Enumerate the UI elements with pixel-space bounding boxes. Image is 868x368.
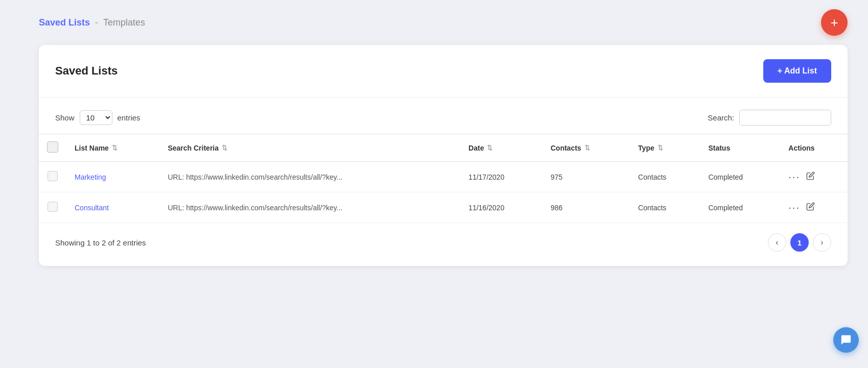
top-bar: Saved Lists - Templates + [0,0,868,45]
action-dots-0[interactable]: ··· [788,171,800,183]
breadcrumb-templates[interactable]: Templates [103,17,145,28]
url-text-0: URL: https://www.linkedin.com/search/res… [168,173,342,181]
col-search-criteria-label: Search Criteria [168,144,219,152]
row-contacts-0: 975 [543,162,630,192]
sort-list-name-icon[interactable]: ⇅ [112,144,118,151]
row-checkbox-1[interactable] [48,202,58,212]
col-actions: Actions [780,134,848,162]
col-list-name: List Name ⇅ [66,134,159,162]
sort-contacts-icon[interactable]: ⇅ [584,144,590,151]
search-input[interactable] [739,110,831,126]
url-text-1: URL: https://www.linkedin.com/search/res… [168,204,342,212]
sort-date-icon[interactable]: ⇅ [487,144,492,151]
pagination: ‹ 1 › [768,233,831,252]
row-checkbox-0[interactable] [48,171,58,181]
page-1-button[interactable]: 1 [790,233,809,252]
row-list-name-1: Consultant [66,192,159,223]
row-search-criteria-0: URL: https://www.linkedin.com/search/res… [159,162,460,192]
action-edit-icon-0[interactable] [806,171,815,182]
entries-select[interactable]: 10 25 50 100 [80,110,112,125]
col-actions-label: Actions [788,144,814,152]
list-name-link-1[interactable]: Consultant [75,204,109,212]
sort-search-criteria-icon[interactable]: ⇅ [222,144,227,151]
table-row: Marketing URL: https://www.linkedin.com/… [39,162,848,192]
card-header: Saved Lists + Add List [39,45,848,97]
breadcrumb: Saved Lists - Templates [39,17,145,28]
chat-bubble-button[interactable] [833,327,859,353]
col-contacts: Contacts ⇅ [543,134,630,162]
header-checkbox-cell [39,134,66,162]
col-status: Status [700,134,780,162]
sort-type-icon[interactable]: ⇅ [658,144,663,151]
col-contacts-label: Contacts [551,144,581,152]
row-list-name-0: Marketing [66,162,159,192]
show-label: Show [55,113,75,122]
header-checkbox[interactable] [47,141,58,153]
row-type-0: Contacts [630,162,700,192]
search-control: Search: [708,110,831,126]
row-status-1: Completed [700,192,780,223]
next-page-button[interactable]: › [813,233,831,252]
row-status-0: Completed [700,162,780,192]
add-list-button[interactable]: + Add List [763,59,831,83]
col-type-label: Type [638,144,654,152]
entries-label: entries [118,113,140,122]
col-status-label: Status [708,144,730,152]
show-entries-control: Show 10 25 50 100 entries [55,110,140,125]
action-dots-1[interactable]: ··· [788,202,800,213]
row-date-0: 11/17/2020 [460,162,543,192]
table-row: Consultant URL: https://www.linkedin.com… [39,192,848,223]
data-table: List Name ⇅ Search Criteria ⇅ Date ⇅ [39,134,848,223]
row-checkbox-cell [39,162,66,192]
breadcrumb-saved-lists[interactable]: Saved Lists [39,17,90,28]
breadcrumb-separator: - [95,17,98,28]
row-type-1: Contacts [630,192,700,223]
chat-icon [840,334,852,346]
table-header-row: List Name ⇅ Search Criteria ⇅ Date ⇅ [39,134,848,162]
table-controls: Show 10 25 50 100 entries Search: [39,97,848,134]
action-edit-icon-1[interactable] [806,202,815,213]
col-search-criteria: Search Criteria ⇅ [159,134,460,162]
entries-info: Showing 1 to 2 of 2 entries [55,238,146,247]
col-date-label: Date [468,144,484,152]
row-contacts-1: 986 [543,192,630,223]
col-type: Type ⇅ [630,134,700,162]
main-card: Saved Lists + Add List Show 10 25 50 100… [39,45,848,266]
col-date: Date ⇅ [460,134,543,162]
row-date-1: 11/16/2020 [460,192,543,223]
card-title: Saved Lists [55,64,118,78]
col-list-name-label: List Name [75,144,109,152]
row-checkbox-cell [39,192,66,223]
row-actions-0: ··· [780,162,848,192]
prev-page-button[interactable]: ‹ [768,233,786,252]
row-actions-1: ··· [780,192,848,223]
fab-add-button[interactable]: + [821,9,848,36]
row-search-criteria-1: URL: https://www.linkedin.com/search/res… [159,192,460,223]
search-label: Search: [708,113,734,122]
list-name-link-0[interactable]: Marketing [75,173,106,181]
table-footer: Showing 1 to 2 of 2 entries ‹ 1 › [39,223,848,266]
